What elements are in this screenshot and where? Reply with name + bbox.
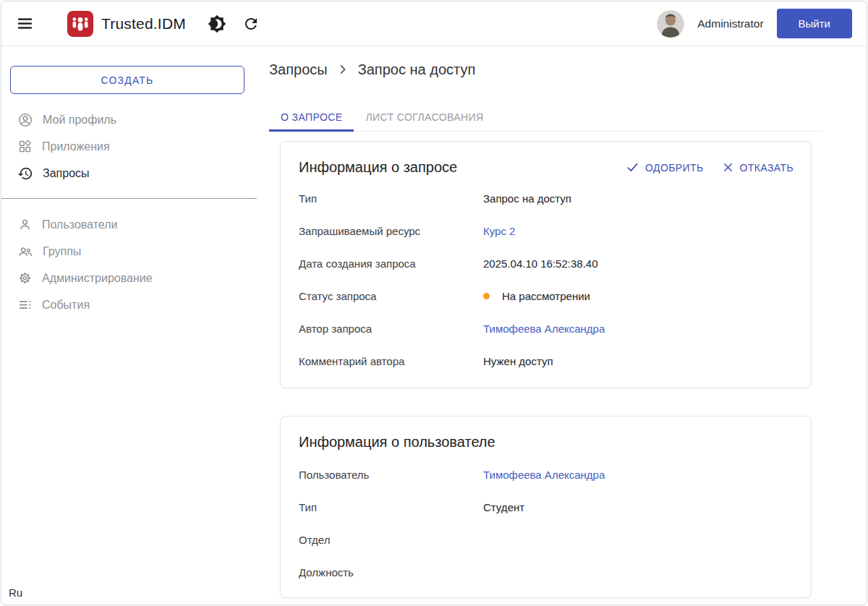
field-label: Должность (299, 566, 483, 579)
breadcrumb: Запросы Запрос на доступ (269, 59, 867, 80)
chevron-right-icon (336, 63, 349, 76)
list-lines-icon (17, 297, 33, 312)
sidebar-item-my-profile[interactable]: Мой профиль (1, 106, 262, 133)
reject-button[interactable]: ОТКАЗАТЬ (723, 161, 793, 174)
history-clock-icon (17, 166, 33, 182)
field-label: Дата создания запроса (299, 257, 483, 270)
sidebar-item-label: Запросы (43, 167, 90, 180)
field-label: Тип (299, 192, 483, 205)
avatar-photo (657, 10, 684, 38)
field-value-link[interactable]: Тимофеева Александра (483, 469, 605, 481)
request-card-title: Информация о запросе (299, 159, 457, 176)
status-dot-icon (483, 293, 490, 299)
logout-button[interactable]: Выйти (777, 9, 852, 38)
field-row-type: Тип Запрос на доступ (299, 192, 793, 205)
field-row-resource: Запрашиваемый ресурс Курс 2 (299, 224, 793, 238)
field-value: Нужен доступ (483, 355, 553, 367)
request-fields: Тип Запрос на доступ Запрашиваемый ресур… (299, 192, 793, 368)
check-icon (626, 161, 639, 174)
sidebar-item-label: Приложения (42, 140, 110, 153)
field-value: Запрос на доступ (483, 192, 571, 205)
refresh-icon (242, 15, 260, 33)
theme-toggle-button[interactable] (205, 12, 229, 36)
field-label: Комментарий автора (299, 355, 483, 367)
reject-label: ОТКАЗАТЬ (740, 162, 793, 174)
field-value: 2025.04.10 16:52:38.40 (483, 257, 597, 270)
field-row-department: Отдел (299, 533, 793, 547)
field-row-comment: Комментарий автора Нужен доступ (299, 354, 793, 368)
sidebar: СОЗДАТЬ Мой профиль (1, 46, 262, 605)
group-icon (17, 244, 33, 260)
approve-button[interactable]: ОДОБРИТЬ (626, 161, 703, 174)
person-icon (17, 217, 33, 232)
sidebar-item-groups[interactable]: Группы (1, 238, 262, 265)
field-value-link[interactable]: Тимофеева Александра (483, 323, 605, 335)
user-name: Administrator (697, 17, 763, 30)
sidebar-item-label: Администрирование (42, 272, 153, 285)
sidebar-item-label: Пользователи (42, 218, 117, 231)
main-content: Запросы Запрос на доступ О ЗАПРОСЕ ЛИСТ … (262, 46, 867, 605)
request-info-card: Информация о запросе ОДОБРИТЬ (280, 141, 812, 388)
apps-widgets-icon (17, 139, 33, 154)
sidebar-divider (1, 198, 257, 199)
sidebar-item-requests[interactable]: Запросы (1, 160, 262, 187)
breadcrumb-item-requests[interactable]: Запросы (269, 61, 328, 78)
avatar[interactable] (657, 10, 684, 38)
field-row-created-date: Дата создания запроса 2025.04.10 16:52:3… (299, 257, 793, 270)
user-card-title: Информация о пользователе (299, 434, 495, 451)
request-card-actions: ОДОБРИТЬ ОТКАЗАТЬ (626, 159, 793, 174)
field-label: Автор запроса (299, 323, 483, 335)
topbar-icon-group (205, 12, 263, 36)
field-value-link[interactable]: Курс 2 (483, 225, 515, 237)
user-fields: Пользователь Тимофеева Александра Тип Ст… (299, 468, 793, 579)
app-window: Trusted.IDM (1, 1, 867, 605)
field-row-position: Должность (299, 566, 793, 579)
sidebar-item-users[interactable]: Пользователи (1, 211, 262, 238)
field-row-author: Автор запроса Тимофеева Александра (299, 322, 793, 336)
approve-label: ОДОБРИТЬ (645, 162, 703, 174)
top-bar: Trusted.IDM (1, 1, 867, 46)
brand-logo-icon (67, 11, 93, 37)
brightness-icon (208, 14, 226, 33)
tab-approval-sheet[interactable]: ЛИСТ СОГЛАСОВАНИЯ (354, 103, 495, 131)
hamburger-icon (16, 14, 34, 33)
tab-bar: О ЗАПРОСЕ ЛИСТ СОГЛАСОВАНИЯ (269, 103, 822, 132)
sidebar-item-label: Группы (43, 245, 81, 258)
hamburger-menu-button[interactable] (13, 12, 37, 35)
language-switcher[interactable]: Ru (9, 586, 22, 599)
gear-icon (17, 270, 33, 286)
sidebar-item-label: События (42, 299, 90, 312)
tab-about-request[interactable]: О ЗАПРОСЕ (269, 103, 354, 131)
create-button[interactable]: СОЗДАТЬ (10, 66, 244, 94)
account-circle-icon (17, 112, 33, 128)
sidebar-item-applications[interactable]: Приложения (1, 133, 262, 160)
topbar-user-area: Administrator Выйти (657, 9, 852, 38)
field-label: Статус запроса (299, 290, 483, 302)
status-text: На рассмотрении (502, 290, 590, 302)
brand-title: Trusted.IDM (101, 15, 186, 33)
field-label: Пользователь (299, 469, 483, 481)
refresh-button[interactable] (239, 12, 263, 36)
status-value: На рассмотрении (483, 290, 590, 302)
field-value: Студент (483, 501, 524, 513)
field-label: Запрашиваемый ресурс (299, 225, 483, 237)
brand-home[interactable]: Trusted.IDM (67, 11, 186, 37)
sidebar-nav-bottom: Пользователи Группы (1, 211, 262, 318)
user-info-card: Информация о пользователе Пользователь Т… (280, 416, 812, 598)
field-label: Тип (299, 501, 483, 513)
sidebar-nav-top: Мой профиль Приложения Запросы (1, 106, 262, 187)
field-row-user-type: Тип Студент (299, 500, 793, 514)
sidebar-item-administration[interactable]: Администрирование (1, 265, 262, 291)
breadcrumb-item-current: Запрос на доступ (358, 61, 476, 78)
close-icon (723, 162, 733, 173)
field-row-user: Пользователь Тимофеева Александра (299, 468, 793, 482)
field-label: Отдел (299, 534, 483, 546)
sidebar-item-label: Мой профиль (43, 114, 116, 127)
field-row-status: Статус запроса На рассмотрении (299, 289, 793, 303)
sidebar-item-events[interactable]: События (1, 291, 262, 318)
